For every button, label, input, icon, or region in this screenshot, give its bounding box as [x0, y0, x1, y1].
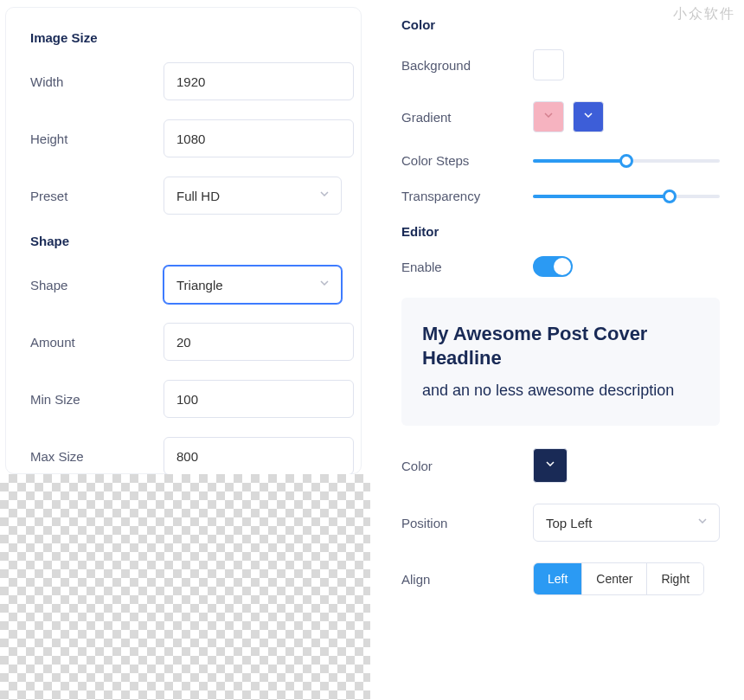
minsize-row: Min Size — [30, 380, 342, 418]
chevron-down-icon — [320, 191, 329, 200]
enable-row: Enable — [401, 256, 720, 277]
preset-label: Preset — [30, 189, 164, 203]
shape-heading: Shape — [30, 234, 342, 248]
transparency-slider[interactable] — [533, 195, 720, 198]
slider-fill — [533, 195, 670, 198]
image-size-heading: Image Size — [30, 30, 342, 45]
gradient-swatch-1[interactable] — [533, 101, 564, 132]
colorsteps-label: Color Steps — [401, 153, 533, 168]
chevron-down-icon — [320, 280, 329, 289]
position-label: Position — [401, 516, 533, 530]
shape-label: Shape — [30, 278, 164, 292]
height-input[interactable] — [164, 119, 354, 157]
shape-row: Shape Triangle — [30, 266, 342, 304]
minsize-input[interactable] — [164, 380, 354, 418]
height-row: Height — [30, 119, 342, 157]
right-panel: 小众软件 Color Background Gradient Color Ste… — [370, 0, 744, 700]
width-row: Width — [30, 62, 342, 100]
background-label: Background — [401, 58, 533, 73]
enable-label: Enable — [401, 260, 533, 274]
width-input[interactable] — [164, 62, 354, 100]
editor-color-swatch[interactable] — [533, 448, 568, 483]
canvas-preview[interactable] — [0, 474, 370, 700]
shape-value: Triangle — [176, 278, 223, 292]
minsize-label: Min Size — [30, 392, 164, 407]
maxsize-input[interactable] — [164, 437, 354, 475]
gradient-swatch-2[interactable] — [573, 101, 604, 132]
gradient-swatches — [533, 101, 604, 132]
position-select[interactable]: Top Left — [533, 504, 720, 542]
watermark-text: 小众软件 — [673, 5, 735, 23]
color-heading: Color — [401, 17, 720, 32]
amount-row: Amount — [30, 323, 342, 361]
preview-description[interactable]: and an no less awesome description — [422, 382, 699, 400]
maxsize-label: Max Size — [30, 449, 164, 464]
align-center-button[interactable]: Center — [581, 563, 646, 594]
left-panel: Image Size Width Height Preset Full HD S… — [0, 0, 370, 700]
chevron-down-icon — [698, 518, 707, 527]
shape-select[interactable]: Triangle — [164, 266, 342, 304]
colorsteps-row: Color Steps — [401, 153, 720, 168]
align-left-button[interactable]: Left — [534, 563, 581, 594]
height-label: Height — [30, 132, 164, 146]
preset-select[interactable]: Full HD — [164, 177, 342, 215]
editor-heading: Editor — [401, 224, 720, 239]
gradient-row: Gradient — [401, 101, 720, 132]
gradient-label: Gradient — [401, 110, 533, 125]
preset-row: Preset Full HD — [30, 177, 342, 215]
background-swatch[interactable] — [533, 49, 564, 80]
align-right-button[interactable]: Right — [646, 563, 703, 594]
transparency-label: Transparency — [401, 189, 533, 203]
chevron-down-icon — [584, 112, 593, 121]
editor-color-label: Color — [401, 459, 533, 473]
background-row: Background — [401, 49, 720, 80]
editor-color-row: Color — [401, 448, 720, 483]
maxsize-row: Max Size — [30, 437, 342, 475]
preview-title[interactable]: My Awesome Post Cover Headline — [422, 322, 699, 369]
editor-preview: My Awesome Post Cover Headline and an no… — [401, 298, 720, 426]
align-segmented: Left Center Right — [533, 562, 704, 595]
preset-value: Full HD — [176, 189, 220, 203]
chevron-down-icon — [544, 112, 553, 121]
slider-fill — [533, 159, 626, 163]
chevron-down-icon — [546, 461, 555, 470]
enable-toggle[interactable] — [533, 256, 573, 277]
align-row: Align Left Center Right — [401, 562, 720, 595]
transparency-row: Transparency — [401, 189, 720, 203]
align-label: Align — [401, 572, 533, 587]
settings-card: Image Size Width Height Preset Full HD S… — [5, 7, 362, 474]
amount-input[interactable] — [164, 323, 354, 361]
position-row: Position Top Left — [401, 504, 720, 542]
width-label: Width — [30, 74, 164, 89]
toggle-knob — [554, 258, 571, 275]
amount-label: Amount — [30, 335, 164, 350]
slider-handle[interactable] — [663, 189, 677, 203]
position-value: Top Left — [546, 516, 592, 530]
colorsteps-slider[interactable] — [533, 159, 720, 163]
slider-handle[interactable] — [619, 154, 633, 168]
